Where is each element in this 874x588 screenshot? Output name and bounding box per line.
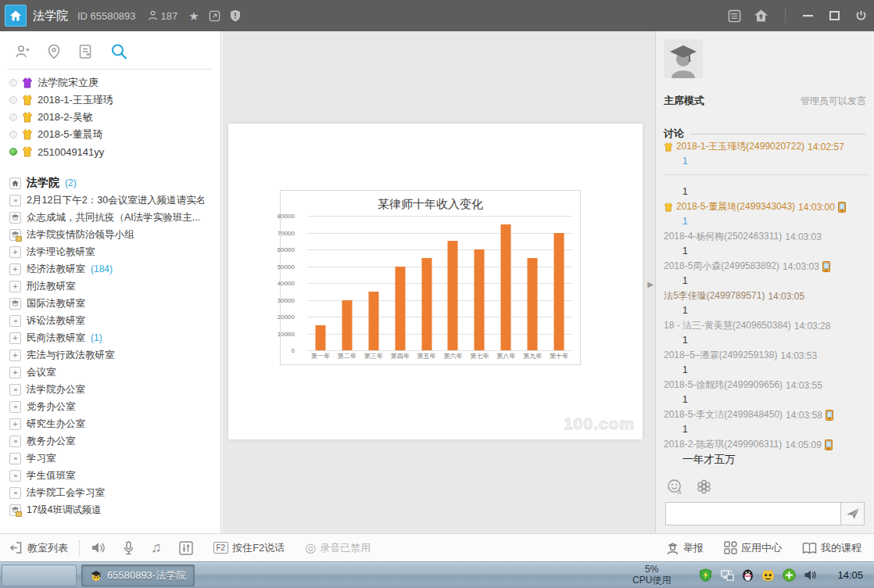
contacts-tab-icon[interactable] (14, 44, 30, 59)
channel-info-icon[interactable] (721, 0, 747, 31)
channel-icon[interactable] (9, 453, 21, 464)
channel-icon[interactable] (9, 212, 21, 224)
chat-time: 14:03:05 (768, 291, 804, 302)
send-button[interactable] (841, 502, 865, 525)
chat-author[interactable]: 2018-5周小森(2499583892) (664, 260, 779, 273)
chat-author[interactable]: 2018–5–潘霖(2499259138) (664, 349, 777, 362)
channel-list-item[interactable]: 教务办公室 (9, 432, 220, 450)
channel-list-item[interactable]: 国际法教研室 (9, 295, 220, 312)
channel-list-item[interactable]: 法学院工会学习室 (9, 484, 220, 501)
channel-list-item[interactable]: 学生值班室 (9, 467, 220, 484)
chat-author[interactable]: 18 - 法三-黄美慧(2409650384) (664, 319, 791, 332)
push-to-talk[interactable]: F2 按住F2说话 (213, 541, 285, 555)
collapse-right-panel-arrow[interactable]: ▶ (647, 275, 654, 292)
channel-list-item[interactable]: +法学理论教研室 (9, 243, 220, 260)
channel-list-item[interactable]: 17级4班调试频道 (9, 501, 220, 518)
report-button[interactable]: 举报 (666, 541, 704, 555)
channel-icon[interactable] (9, 229, 21, 241)
app-center-button[interactable]: 应用中心 (724, 541, 782, 555)
tray-network-icon[interactable] (720, 569, 734, 582)
microphone-button[interactable] (124, 541, 134, 555)
chat-input[interactable] (665, 502, 841, 525)
channel-icon[interactable]: + (9, 246, 21, 258)
app-logo-icon[interactable] (5, 5, 27, 27)
channel-icon[interactable] (9, 195, 21, 206)
channel-icon[interactable]: + (9, 281, 21, 292)
tray-cat-icon[interactable] (761, 569, 775, 582)
channel-list-item[interactable]: +会议室 (9, 364, 220, 381)
channel-icon[interactable]: + (9, 367, 21, 378)
channel-icon[interactable] (9, 436, 21, 447)
taskbar-app-button[interactable]: 65580893-法学院 (81, 565, 195, 586)
channel-icon[interactable] (9, 298, 21, 310)
maximize-button[interactable] (821, 0, 847, 31)
chart-y-tick: 40000 (271, 280, 295, 287)
record-disabled[interactable]: ◎ 录音已禁用 (305, 541, 371, 555)
minimize-button[interactable] (794, 0, 821, 31)
channel-list-item[interactable]: +经济法教研室(184) (9, 260, 220, 278)
notes-document-icon[interactable] (78, 44, 92, 59)
cpu-percent: 5% (632, 565, 671, 575)
chat-author[interactable]: 2018-5-徐靓玮(2499909656) (664, 378, 783, 392)
channel-icon[interactable]: + (9, 350, 21, 361)
channel-list-item[interactable]: +民商法教研室(1) (9, 329, 220, 346)
close-button[interactable] (847, 0, 874, 31)
chat-author[interactable]: 2018-4-杨何梅(2502463311) (664, 230, 782, 243)
my-courses-label: 我的课程 (821, 541, 861, 555)
home-icon[interactable] (747, 0, 774, 31)
channel-icon[interactable] (9, 504, 21, 516)
tray-security-shield-icon[interactable] (699, 568, 712, 582)
user-list-item[interactable]: 2018-1-王玉瑾琇 (9, 91, 220, 109)
user-list-item[interactable]: 法学院宋立庚 (9, 74, 220, 91)
user-list-item[interactable]: 2018-5-董晨琦 (9, 126, 220, 143)
chat-message-list[interactable]: 2018-1-王玉瑾琇(2499020722)14:02:57112018-5-… (664, 139, 869, 474)
popout-icon[interactable] (209, 10, 220, 22)
channel-list-item[interactable]: 诉讼法教研室 (9, 312, 220, 329)
emoji-icon[interactable]: A (667, 479, 683, 495)
chat-author[interactable]: 2018-5-李文洁(2499848450) (664, 408, 783, 421)
chat-author[interactable]: 2018-1-王玉瑾琇(2499020722) (676, 140, 804, 153)
channel-icon[interactable]: + (9, 418, 21, 430)
tray-penguin-icon[interactable] (742, 568, 754, 582)
chat-author[interactable]: 2018-5-董晨琦(2499343043) (676, 200, 795, 213)
subchannel-dot-icon (14, 320, 17, 322)
channel-list-item[interactable]: +宪法与行政法教研室 (9, 346, 220, 364)
speaker-button[interactable] (91, 541, 106, 554)
taskbar-toolbar[interactable] (2, 565, 77, 586)
channel-list-item[interactable]: 党务办公室 (9, 398, 220, 415)
audio-mixer-button[interactable] (179, 541, 193, 555)
channel-list-item[interactable]: 2月12日下午2：30会议室进入频道请实名 (9, 192, 220, 209)
channel-list-item[interactable]: 法学院疫情防治领导小组 (9, 226, 220, 243)
channel-list-item[interactable]: +刑法教研室 (9, 278, 220, 295)
channel-list-item[interactable]: 法学院办公室 (9, 381, 220, 398)
chart-y-tick: 20000 (271, 314, 295, 321)
channel-icon[interactable] (9, 384, 21, 396)
channel-list-item[interactable]: 法学院(2) (9, 174, 220, 192)
channel-icon[interactable] (9, 401, 21, 413)
chat-author[interactable]: 2018-2-陈若琪(2499906311) (664, 438, 782, 451)
shield-icon[interactable] (230, 9, 241, 22)
favorite-star-icon[interactable]: ★ (188, 10, 199, 22)
tray-volume-icon[interactable] (804, 569, 817, 581)
channel-icon[interactable]: + (9, 264, 21, 275)
chat-author[interactable]: 法5李佳璇(2499789571) (664, 289, 765, 303)
user-list-item[interactable]: 2510049141yy (9, 143, 220, 160)
channel-list-item[interactable]: 学习室 (9, 450, 220, 467)
location-pin-icon[interactable] (47, 44, 61, 59)
chat-settings-flower-icon[interactable] (696, 479, 712, 495)
user-list-item[interactable]: 2018-2-吴敏 (9, 109, 220, 126)
channel-list-item[interactable]: 众志成城，共同抗疫（AI法学实验班主... (9, 209, 220, 226)
music-button[interactable]: ♫ (151, 540, 162, 556)
channel-list-item[interactable]: +研究生办公室 (9, 415, 220, 432)
channel-icon[interactable] (9, 487, 21, 499)
channel-icon[interactable] (9, 315, 21, 327)
channel-icon[interactable]: + (9, 332, 21, 344)
channel-icon[interactable] (9, 177, 21, 189)
channel-icon[interactable] (9, 470, 21, 482)
tray-green-ball-icon[interactable] (783, 568, 796, 582)
svg-text:A: A (678, 489, 682, 495)
search-icon[interactable] (109, 42, 128, 61)
classroom-list-button[interactable]: 教室列表 (9, 541, 68, 555)
my-courses-button[interactable]: 我的课程 (802, 541, 861, 555)
expand-plus-icon: + (13, 334, 17, 342)
